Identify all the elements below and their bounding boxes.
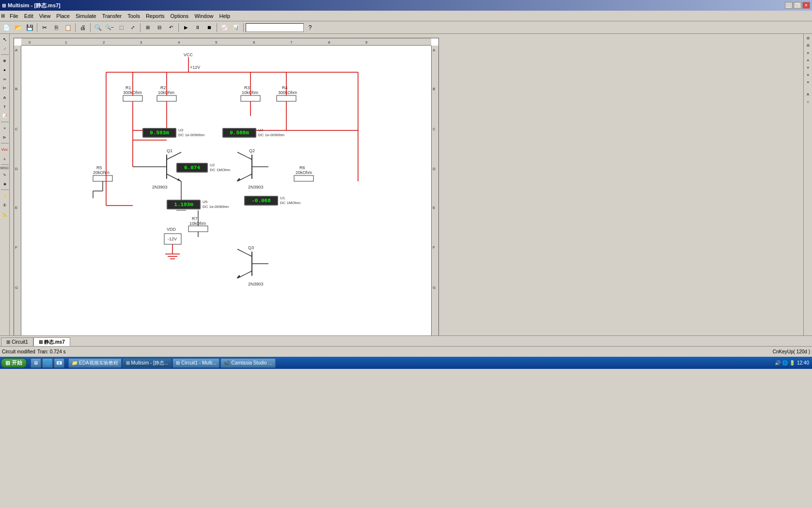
schematic-area[interactable]: 0 1 2 3 4 5 6 7 8 9 0 1 2 3 4	[10, 34, 803, 335]
taskbar-item-camtasia[interactable]: 📹 Camtasia Studio ...	[220, 358, 275, 368]
meter-u2[interactable]: 6.074 U2 DC 1MOhm	[176, 163, 230, 173]
taskbar-ql-2[interactable]: 🌐	[42, 358, 53, 368]
menu-window[interactable]: Window	[191, 12, 216, 20]
place-label[interactable]: A	[0, 93, 9, 102]
u1-label: U1	[280, 196, 300, 201]
menu-tools[interactable]: Tools	[125, 12, 143, 20]
right-btn-5[interactable]: ≡	[805, 64, 812, 71]
save-button[interactable]: 💾	[24, 22, 35, 33]
statusbar: Circuit modified Tran: 0.724 s CnKeyUp( …	[0, 346, 812, 357]
system-tray: 🔊 🌐 🔋 12:40	[775, 360, 811, 365]
place-bus[interactable]: ═	[0, 75, 9, 83]
u3-label: U3	[178, 128, 204, 133]
place-connector[interactable]: ⊢	[0, 84, 9, 93]
menu-help[interactable]: Help	[217, 12, 234, 20]
place-component[interactable]: ⊕	[0, 56, 9, 65]
annotate-tool[interactable]: ①	[0, 201, 9, 209]
place-text[interactable]: T	[0, 102, 9, 111]
menu-transfer[interactable]: Transfer	[99, 12, 125, 20]
spreadsheet-button[interactable]: ⊟	[154, 22, 165, 33]
meter-u1[interactable]: -0.068 U1 DC 1MOhm	[244, 196, 300, 206]
misc-tool1[interactable]: ∿	[0, 170, 9, 179]
component-search-input[interactable]	[246, 23, 304, 32]
menu-place[interactable]: Place	[53, 12, 73, 20]
tab-circuit1[interactable]: ⊞ Circuit1	[1, 337, 33, 346]
taskbar-ql-1[interactable]: 🖥	[31, 358, 41, 368]
right-btn-8[interactable]: A	[805, 91, 812, 97]
menu-options[interactable]: Options	[167, 12, 191, 20]
svg-text:Q1: Q1	[167, 148, 172, 153]
svg-line-42	[237, 249, 252, 256]
zoom-fit-button[interactable]: ⤢	[127, 22, 138, 33]
sep3	[90, 23, 91, 32]
svg-text:10kOhm: 10kOhm	[158, 90, 174, 95]
select-tool[interactable]: ↖	[0, 35, 9, 44]
right-btn-7[interactable]: ≡	[805, 79, 812, 85]
bus-entry[interactable]: ⊳	[0, 133, 9, 142]
place-note[interactable]: 📝	[0, 111, 9, 120]
print-button[interactable]: 🖨	[78, 22, 88, 33]
right-btn-6[interactable]: ≡	[805, 71, 812, 78]
open-button[interactable]: 📂	[13, 22, 23, 33]
postprocessor-button[interactable]: 📊	[231, 22, 241, 33]
right-btn-1[interactable]: ⊟	[805, 35, 812, 42]
probe-tool[interactable]: ⚡	[0, 191, 9, 200]
svg-rect-58	[294, 175, 313, 181]
circuit1-icon: ⊞	[176, 360, 180, 365]
taskbar-ql-3[interactable]: 📧	[54, 358, 64, 368]
menu-file[interactable]: File	[7, 12, 21, 20]
close-button[interactable]: ✕	[802, 2, 810, 9]
menu-view[interactable]: View	[36, 12, 54, 20]
back-annotate-button[interactable]: ↶	[166, 22, 176, 33]
meter-u5[interactable]: 1.193m U5 DC 1e-0090hm	[167, 200, 229, 210]
restore-button[interactable]: ❐	[794, 2, 801, 9]
place-power[interactable]: Vcc	[0, 145, 9, 154]
taskbar-item-circuit1[interactable]: ⊞ Circuit1 - Multi...	[172, 358, 219, 368]
copy-button[interactable]: ⎘	[51, 22, 62, 33]
right-btn-4[interactable]: ≡	[805, 57, 812, 64]
tab-jingtai-label: 静态.ms7	[44, 339, 65, 346]
tool-sep3	[1, 143, 9, 143]
right-btn-3[interactable]: ≡	[805, 49, 812, 56]
tab-jingtai[interactable]: ⊞ 静态.ms7	[33, 337, 70, 346]
tool-sep4	[1, 164, 9, 165]
grapher-button[interactable]: 📈	[219, 22, 230, 33]
zoom-in-button[interactable]: 🔍	[93, 22, 103, 33]
schematic-paper[interactable]: 0 1 2 3 4 5 6 7 8 9 0 1 2 3 4	[14, 38, 439, 335]
paste-button[interactable]: 📋	[62, 22, 73, 33]
meter-u4[interactable]: 0.588m U4 DC 1e-0090hm	[222, 128, 284, 138]
svg-text:20kOhm: 20kOhm	[296, 170, 312, 175]
start-button[interactable]: ⊞ 开始	[1, 358, 27, 368]
search-button[interactable]: ?	[305, 22, 315, 33]
misc-tool2[interactable]: ◈	[0, 179, 9, 188]
app-icon: ⊞	[2, 3, 6, 8]
right-btn-2[interactable]: ⊟	[805, 42, 812, 49]
pause-button[interactable]: ⏸	[192, 22, 203, 33]
toggle-grid-button[interactable]: ⊞	[142, 22, 153, 33]
no-connect[interactable]: ×	[0, 124, 9, 132]
place-ground[interactable]: ⏚	[0, 154, 9, 163]
zoom-out-button[interactable]: 🔍−	[104, 22, 115, 33]
svg-rect-48	[93, 175, 112, 181]
svg-text:VDD: VDD	[167, 227, 176, 232]
menu-simulate[interactable]: Simulate	[73, 12, 99, 20]
menu-edit[interactable]: Edit	[21, 12, 36, 20]
svg-rect-61	[188, 226, 208, 232]
meter-u3[interactable]: 0.593m U3 DC 1e-0090hm	[142, 128, 204, 138]
place-junction[interactable]: ●	[0, 65, 9, 74]
taskbar-item-multisim[interactable]: ⊞ Multisim - [静态...	[123, 358, 172, 368]
zoom-area-button[interactable]: ⬚	[116, 22, 126, 33]
sep5	[178, 23, 179, 32]
windows-logo: ⊞	[5, 360, 10, 366]
wire-tool[interactable]: ⟋	[0, 44, 9, 53]
minimize-button[interactable]: _	[785, 2, 793, 9]
run-button[interactable]: ▶	[181, 22, 191, 33]
taskbar-item-eda[interactable]: 📁 EDA视频实验教程	[68, 358, 122, 368]
ruler-tool[interactable]: 📐	[0, 210, 9, 219]
circuit1-label: Circuit1 - Multi...	[181, 360, 216, 365]
new-button[interactable]: 📄	[1, 22, 12, 33]
menu-reports[interactable]: Reports	[143, 12, 168, 20]
cut-button[interactable]: ✂	[39, 22, 50, 33]
stop-button[interactable]: ⏹	[204, 22, 215, 33]
right-btn-9[interactable]: ⌂	[805, 98, 812, 105]
